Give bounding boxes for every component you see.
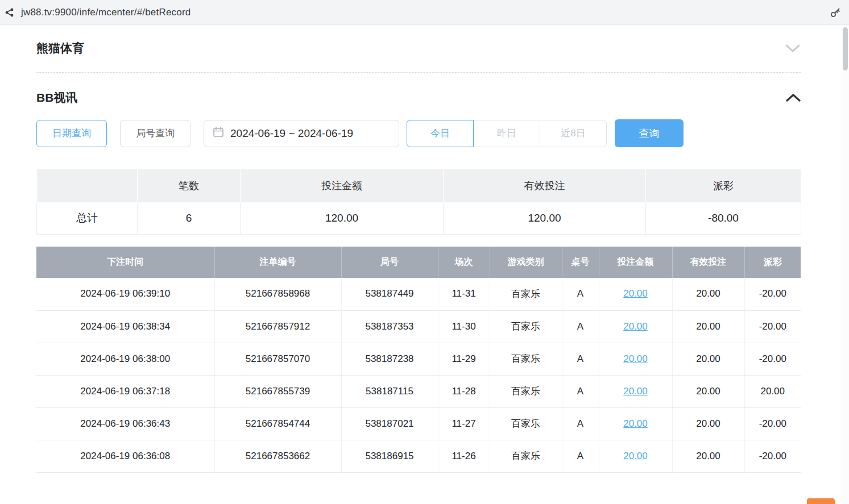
header-table-id: 桌号 xyxy=(562,247,599,278)
game-type: 百家乐 xyxy=(490,440,562,472)
bet-time: 2024-06-19 06:37:18 xyxy=(36,375,214,407)
summary-payout: -80.00 xyxy=(646,202,801,235)
valid-bet: 20.00 xyxy=(672,407,744,440)
bet-time: 2024-06-19 06:36:43 xyxy=(36,407,214,440)
url-text: jw88.tv:9900/infe/mcenter/#/betRecord xyxy=(21,7,190,18)
session: 11-28 xyxy=(438,375,490,407)
payout-value: -20.00 xyxy=(744,407,801,440)
valid-bet: 20.00 xyxy=(672,440,744,472)
summary-total-label: 总计 xyxy=(37,202,138,235)
payout-value: 20.00 xyxy=(744,375,801,407)
table-id: A xyxy=(562,375,599,407)
date-range-value: 2024-06-19 ~ 2024-06-19 xyxy=(230,127,353,140)
summary-valid: 120.00 xyxy=(444,202,646,235)
table-id: A xyxy=(562,440,599,472)
browser-address-bar[interactable]: jw88.tv:9900/infe/mcenter/#/betRecord xyxy=(0,0,849,25)
round-number: 538187449 xyxy=(341,278,438,310)
filter-toolbar: 日期查询 局号查询 2024-06-19 ~ 2024-06-19 今日 昨日 … xyxy=(36,119,801,147)
date-range-input[interactable]: 2024-06-19 ~ 2024-06-19 xyxy=(204,120,399,147)
chevron-up-icon[interactable] xyxy=(786,93,801,102)
last-8-days-button[interactable]: 近8日 xyxy=(540,120,607,147)
bet-id: 521667858968 xyxy=(214,278,341,310)
summary-header-row: 笔数 投注金额 有效投注 派彩 xyxy=(37,169,801,202)
site-icon xyxy=(5,7,15,18)
header-session: 场次 xyxy=(438,247,490,278)
yesterday-button[interactable]: 昨日 xyxy=(473,120,540,147)
summary-count: 6 xyxy=(138,202,241,235)
payout-value: -20.00 xyxy=(744,440,801,472)
summary-header-payout: 派彩 xyxy=(646,169,801,202)
bet-amount-cell: 20.00 xyxy=(599,375,672,407)
session: 11-27 xyxy=(438,407,490,440)
bet-amount-link[interactable]: 20.00 xyxy=(623,353,648,364)
password-key-icon[interactable] xyxy=(830,7,841,18)
header-bet-id: 注单编号 xyxy=(214,247,341,278)
header-bet-time: 下注时间 xyxy=(36,247,214,278)
header-payout: 派彩 xyxy=(744,247,801,278)
bet-amount-cell: 20.00 xyxy=(599,310,672,343)
header-game-type: 游戏类别 xyxy=(490,247,562,278)
header-bet-amount: 投注金额 xyxy=(599,247,672,278)
session: 11-31 xyxy=(438,278,490,310)
round-number: 538187115 xyxy=(341,375,438,407)
game-type: 百家乐 xyxy=(490,310,562,343)
summary-total-row: 总计 6 120.00 120.00 -80.00 xyxy=(37,202,801,235)
scrollbar-track[interactable] xyxy=(842,25,849,504)
bet-time: 2024-06-19 06:39:10 xyxy=(36,278,214,310)
bet-amount-cell: 20.00 xyxy=(599,343,672,375)
table-id: A xyxy=(562,278,599,310)
header-round: 局号 xyxy=(341,247,438,278)
bet-record-page: 熊猫体育 BB视讯 日期查询 局号查询 2024-06-19 ~ 2 xyxy=(0,25,849,473)
valid-bet: 20.00 xyxy=(672,310,744,343)
table-row: 2024-06-19 06:39:10 521667858968 5381874… xyxy=(36,278,801,310)
chat-widget[interactable] xyxy=(807,498,835,504)
chevron-down-icon[interactable] xyxy=(785,44,801,53)
bb-video-section-header[interactable]: BB视讯 xyxy=(36,73,801,119)
valid-bet: 20.00 xyxy=(672,278,744,310)
bb-video-title: BB视讯 xyxy=(36,90,77,106)
bet-amount-link[interactable]: 20.00 xyxy=(623,288,648,299)
quick-range-group: 今日 昨日 近8日 xyxy=(407,120,607,147)
session: 11-29 xyxy=(438,343,490,375)
round-number: 538187238 xyxy=(341,343,438,375)
payout-value: -20.00 xyxy=(744,278,801,310)
scrollbar-thumb[interactable] xyxy=(843,27,848,70)
today-button[interactable]: 今日 xyxy=(407,120,474,147)
table-row: 2024-06-19 06:37:18 521667855739 5381871… xyxy=(36,375,801,407)
bet-id: 521667854744 xyxy=(214,407,341,440)
summary-header-valid: 有效投注 xyxy=(444,169,646,202)
session: 11-30 xyxy=(438,310,490,343)
bet-amount-cell: 20.00 xyxy=(599,278,672,310)
payout-value: -20.00 xyxy=(744,310,801,343)
summary-header-empty xyxy=(37,169,138,202)
bet-amount-link[interactable]: 20.00 xyxy=(623,418,648,429)
date-query-tab[interactable]: 日期查询 xyxy=(36,120,107,147)
summary-header-count: 笔数 xyxy=(138,169,241,202)
bet-time: 2024-06-19 06:38:00 xyxy=(36,343,214,375)
panda-sports-title: 熊猫体育 xyxy=(36,40,84,56)
valid-bet: 20.00 xyxy=(672,343,744,375)
bet-amount-cell: 20.00 xyxy=(599,407,672,440)
bet-id: 521667857070 xyxy=(214,343,341,375)
round-number: 538187021 xyxy=(341,407,438,440)
bet-amount-link[interactable]: 20.00 xyxy=(623,386,648,397)
bet-amount-link[interactable]: 20.00 xyxy=(623,451,648,461)
bet-amount-link[interactable]: 20.00 xyxy=(623,321,648,332)
round-query-tab[interactable]: 局号查询 xyxy=(120,120,190,147)
payout-value: -20.00 xyxy=(744,343,801,375)
search-button[interactable]: 查询 xyxy=(615,119,684,147)
summary-table: 笔数 投注金额 有效投注 派彩 总计 6 120.00 120.00 -80.0… xyxy=(36,169,801,235)
table-id: A xyxy=(562,343,599,375)
header-valid-bet: 有效投注 xyxy=(672,247,744,278)
bet-time: 2024-06-19 06:38:34 xyxy=(36,310,214,343)
table-row: 2024-06-19 06:38:34 521667857912 5381873… xyxy=(36,310,801,343)
game-type: 百家乐 xyxy=(490,375,562,407)
table-id: A xyxy=(562,310,599,343)
bet-id: 521667857912 xyxy=(214,310,341,343)
game-type: 百家乐 xyxy=(490,343,562,375)
bet-records-table: 下注时间 注单编号 局号 场次 游戏类别 桌号 投注金额 有效投注 派彩 202… xyxy=(36,247,801,473)
bet-table-header-row: 下注时间 注单编号 局号 场次 游戏类别 桌号 投注金额 有效投注 派彩 xyxy=(36,247,801,278)
table-row: 2024-06-19 06:36:43 521667854744 5381870… xyxy=(36,407,801,440)
calendar-icon xyxy=(213,126,224,140)
panda-sports-section-header[interactable]: 熊猫体育 xyxy=(36,25,801,72)
